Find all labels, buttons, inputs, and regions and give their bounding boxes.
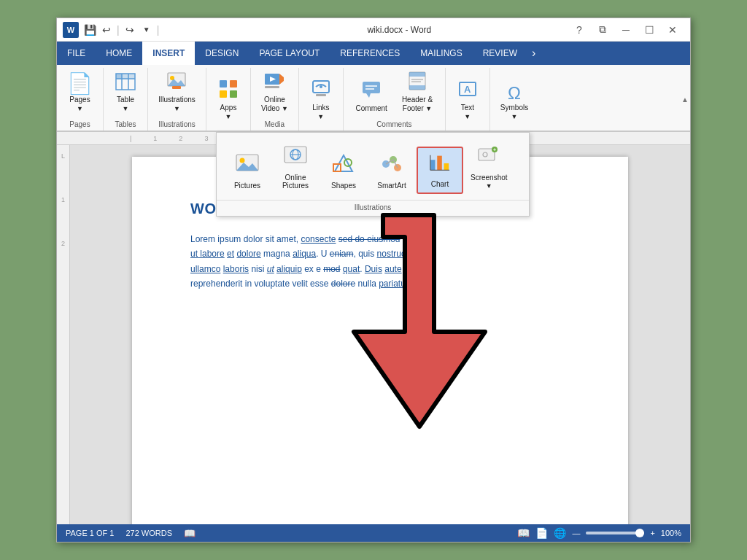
ribbon-item-illustrations[interactable]: Illustrations▼ xyxy=(154,69,200,116)
online-video-icon xyxy=(264,71,285,94)
online-video-label: OnlineVideo ▼ xyxy=(261,96,288,113)
chart-dropdown-icon xyxy=(429,152,451,178)
restore-button[interactable]: ⧉ xyxy=(591,20,614,40)
customize-button[interactable]: ▼ xyxy=(139,22,155,38)
media-group-label: Media xyxy=(265,119,285,131)
online-pictures-dropdown-icon xyxy=(284,146,307,171)
tab-home[interactable]: HOME xyxy=(96,42,142,65)
tab-insert[interactable]: INSERT xyxy=(142,42,195,65)
illustrations-dropdown-items: Pictures OnlinePictures xyxy=(217,139,529,197)
ribbon-item-text[interactable]: A Text▼ xyxy=(452,77,484,124)
svg-rect-14 xyxy=(230,90,237,98)
illustrations-icon xyxy=(166,71,187,94)
tab-mailings[interactable]: MAILINGS xyxy=(410,42,472,65)
ribbon-tab-bar: FILE HOME INSERT DESIGN PAGE LAYOUT REFE… xyxy=(57,42,690,65)
apps-label: Apps▼ xyxy=(220,104,237,121)
pages-group-label: Pages xyxy=(69,119,90,131)
tab-review[interactable]: REVIEW xyxy=(473,42,527,65)
web-layout-icon[interactable]: 🌐 xyxy=(554,527,566,539)
tables-group-label: Tables xyxy=(115,119,136,131)
svg-rect-48 xyxy=(430,160,436,170)
save-button[interactable]: 💾 xyxy=(82,22,98,38)
table-label: Table▼ xyxy=(117,96,134,113)
zoom-minus-button[interactable]: — xyxy=(572,529,580,537)
header-footer-label: Header &Footer ▼ xyxy=(402,96,433,113)
ribbon-item-comment[interactable]: Comment xyxy=(352,77,392,116)
pages-icon: 📄 xyxy=(67,74,93,94)
svg-rect-18 xyxy=(265,86,279,88)
proofing-icon[interactable]: 📖 xyxy=(184,528,196,539)
tab-references[interactable]: REFERENCES xyxy=(330,42,410,65)
tab-more[interactable]: › xyxy=(527,42,540,65)
ribbon-group-tables: Table▼ Tables xyxy=(104,68,148,131)
screenshot-dropdown-label: Screenshot▼ xyxy=(471,174,508,190)
print-layout-icon[interactable]: 📄 xyxy=(535,527,548,539)
shapes-dropdown-icon xyxy=(332,154,355,179)
svg-rect-13 xyxy=(220,90,227,98)
svg-rect-11 xyxy=(220,80,227,88)
ribbon-group-media: OnlineVideo ▼ Media xyxy=(251,68,299,131)
ribbon-collapse-button[interactable]: ▲ xyxy=(680,68,690,131)
apps-icon xyxy=(219,79,238,102)
illustrations-dropdown: Pictures OnlinePictures xyxy=(216,132,530,217)
help-button[interactable]: ? xyxy=(568,20,591,40)
dropdown-item-pictures[interactable]: Pictures xyxy=(224,149,271,194)
maximize-button[interactable]: ☐ xyxy=(638,20,661,40)
redo-button[interactable]: ↪ xyxy=(122,22,138,38)
svg-rect-6 xyxy=(128,74,135,79)
symbols-label: Symbols▼ xyxy=(500,104,528,121)
minimize-button[interactable]: ─ xyxy=(614,20,638,40)
text-box-icon: A xyxy=(458,79,477,102)
ribbon-item-symbols[interactable]: Ω Symbols▼ xyxy=(496,82,533,124)
undo-button[interactable]: ↩ xyxy=(98,22,115,38)
smartart-dropdown-icon xyxy=(380,154,403,179)
dropdown-item-chart[interactable]: Chart xyxy=(417,147,463,194)
ribbon-group-pages: 📄 Pages▼ Pages xyxy=(57,68,104,131)
svg-marker-16 xyxy=(279,74,284,85)
illustrations-group-label: Illustrations xyxy=(158,119,196,131)
dropdown-item-smartart[interactable]: SmartArt xyxy=(368,149,415,194)
tab-file[interactable]: FILE xyxy=(57,42,96,65)
ribbon-item-table[interactable]: Table▼ xyxy=(109,70,142,116)
document-body: Lorem ipsum dolor sit amet, consecte sed… xyxy=(190,232,570,292)
ribbon-item-header-footer[interactable]: Header &Footer ▼ xyxy=(398,69,437,116)
ribbon-item-online-video[interactable]: OnlineVideo ▼ xyxy=(257,69,293,116)
zoom-plus-button[interactable]: + xyxy=(650,529,654,537)
ribbon-group-text: A Text▼ xyxy=(446,68,490,131)
svg-marker-23 xyxy=(366,93,371,98)
svg-rect-28 xyxy=(409,85,425,90)
zoom-slider[interactable] xyxy=(586,532,644,534)
zoom-thumb xyxy=(635,529,644,537)
dropdown-item-online-pictures[interactable]: OnlinePictures xyxy=(272,141,319,194)
dropdown-item-shapes[interactable]: Shapes xyxy=(320,149,367,194)
chart-dropdown-label: Chart xyxy=(431,180,449,188)
svg-rect-49 xyxy=(437,156,442,171)
vertical-ruler: L 1 2 xyxy=(57,145,70,524)
ribbon-item-links[interactable]: Links▼ xyxy=(305,77,337,124)
ribbon-item-apps[interactable]: Apps▼ xyxy=(212,77,244,124)
comment-icon xyxy=(362,80,381,103)
svg-rect-4 xyxy=(116,74,122,79)
svg-point-34 xyxy=(240,158,245,163)
shapes-dropdown-label: Shapes xyxy=(331,182,356,190)
read-mode-icon[interactable]: 📖 xyxy=(517,527,530,539)
ribbon-group-links: Links▼ xyxy=(299,68,344,131)
svg-text:+: + xyxy=(493,147,496,152)
ribbon-item-pages[interactable]: 📄 Pages▼ xyxy=(63,71,97,116)
illustrations-label: Illustrations▼ xyxy=(158,96,196,113)
svg-rect-10 xyxy=(172,86,181,89)
ribbon-group-apps: Apps▼ xyxy=(206,68,251,131)
screenshot-dropdown-icon: + xyxy=(477,146,500,171)
ribbon-group-illustrations: Illustrations▼ Illustrations xyxy=(148,68,206,131)
dropdown-item-screenshot[interactable]: + Screenshot▼ xyxy=(465,141,514,194)
tab-design[interactable]: DESIGN xyxy=(195,42,249,65)
svg-text:A: A xyxy=(464,84,471,95)
links-label: Links▼ xyxy=(312,104,329,121)
pictures-dropdown-label: Pictures xyxy=(234,182,260,190)
smartart-dropdown-label: SmartArt xyxy=(377,182,406,190)
tab-page-layout[interactable]: PAGE LAYOUT xyxy=(249,42,330,65)
comments-group-label: Comments xyxy=(376,119,411,131)
close-button[interactable]: ✕ xyxy=(661,20,684,40)
title-bar: W 💾 ↩ | ↪ ▼ | wiki.docx - Word ? ⧉ ─ ☐ ✕ xyxy=(57,18,690,42)
links-icon xyxy=(311,79,330,102)
